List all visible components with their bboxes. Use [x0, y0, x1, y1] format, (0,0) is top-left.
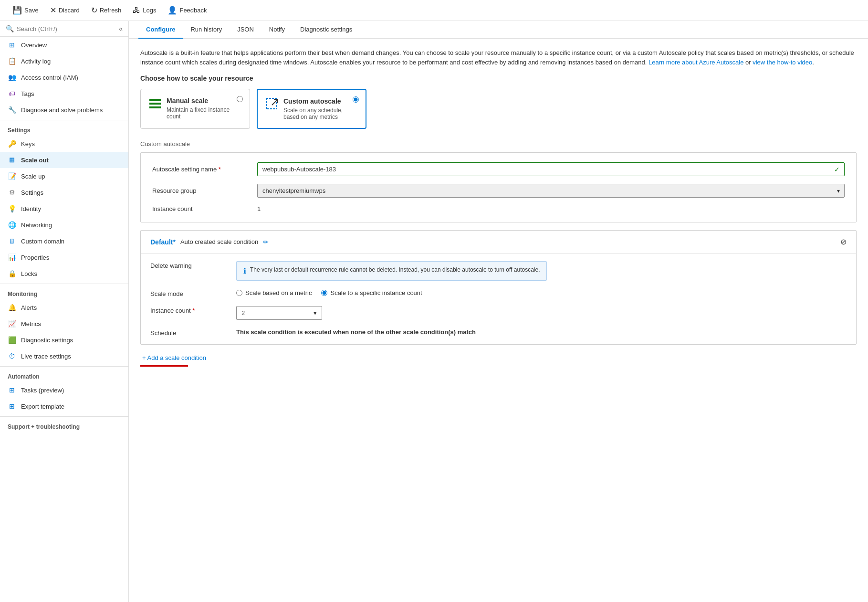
learn-more-link[interactable]: Learn more about Azure Autoscale — [648, 59, 743, 66]
settings-divider — [0, 120, 128, 120]
scale-condition-panel: Default* Auto created scale condition ✏ … — [140, 230, 857, 345]
tab-notify[interactable]: Notify — [261, 21, 293, 39]
sidebar-item-alerts[interactable]: 🔔 Alerts — [0, 299, 128, 316]
locks-icon: 🔒 — [8, 269, 16, 278]
feedback-button[interactable]: 👤 Feedback — [163, 4, 211, 17]
form-row-name: Autoscale setting name * ✓ — [152, 162, 845, 176]
sidebar-item-settings[interactable]: ⚙ Settings — [0, 184, 128, 201]
sidebar-item-overview[interactable]: ⊞ Overview — [0, 37, 128, 53]
sidebar-item-scale-out[interactable]: ⊞ Scale out — [0, 152, 128, 168]
activity-log-icon: 📋 — [8, 57, 16, 65]
condition-edit-icon[interactable]: ✏ — [263, 238, 269, 246]
monitoring-section-title: Monitoring — [0, 286, 128, 299]
sidebar-item-metrics[interactable]: 📈 Metrics — [0, 316, 128, 332]
scale-cards-container: Manual scale Maintain a fixed instance c… — [140, 89, 857, 129]
sidebar-item-properties[interactable]: 📊 Properties — [0, 249, 128, 265]
description-text: Autoscale is a built-in feature that hel… — [140, 48, 857, 67]
diagnostic-settings-icon: 🟩 — [8, 336, 16, 344]
sidebar-item-tasks[interactable]: ⊞ Tasks (preview) — [0, 382, 128, 398]
svg-rect-1 — [149, 103, 161, 105]
manual-scale-card[interactable]: Manual scale Maintain a fixed instance c… — [140, 89, 250, 129]
sidebar-item-tags[interactable]: 🏷 Tags — [0, 85, 128, 102]
condition-instance-count-label: Instance count * — [150, 306, 227, 314]
resource-group-select[interactable]: chenyltestpremiumwps — [257, 184, 845, 198]
manual-scale-title: Manual scale — [167, 97, 242, 105]
form-label-name: Autoscale setting name * — [152, 166, 248, 173]
main-layout: 🔍 « ⊞ Overview 📋 Activity log 👥 Access c… — [0, 21, 868, 602]
tab-configure[interactable]: Configure — [138, 21, 183, 39]
settings-section-title: Settings — [0, 122, 128, 136]
form-row-resource-group: Resource group chenyltestpremiumwps ▾ — [152, 184, 845, 198]
sidebar-item-export-template[interactable]: ⊞ Export template — [0, 398, 128, 414]
discard-button[interactable]: ✕ Discard — [45, 4, 84, 17]
autoscale-name-input[interactable] — [257, 162, 845, 176]
custom-autoscale-radio-container — [353, 96, 359, 104]
condition-default-label: Default* — [150, 238, 176, 246]
choose-scale-title: Choose how to scale your resource — [140, 74, 857, 82]
delete-warning-info-box: ℹ The very last or default recurrence ru… — [236, 261, 547, 281]
sidebar-item-live-trace[interactable]: ⏱ Live trace settings — [0, 348, 128, 364]
form-row-instance-count: Instance count 1 — [152, 205, 845, 212]
scale-based-on-metric-option[interactable]: Scale based on a metric — [236, 289, 312, 296]
info-icon: ℹ — [243, 266, 246, 275]
schedule-text: This scale condition is executed when no… — [236, 328, 476, 336]
keys-icon: 🔑 — [8, 139, 16, 148]
form-label-instance-count: Instance count — [152, 205, 248, 212]
sidebar-item-scale-up[interactable]: 📝 Scale up — [0, 168, 128, 184]
tab-json[interactable]: JSON — [230, 21, 261, 39]
manual-scale-body: Manual scale Maintain a fixed instance c… — [167, 97, 242, 120]
autoscale-name-wrapper: ✓ — [257, 162, 845, 176]
properties-icon: 📊 — [8, 253, 16, 262]
collapse-icon[interactable]: « — [119, 25, 123, 32]
page-content: Autoscale is a built-in feature that hel… — [129, 39, 868, 376]
condition-row-delete-warning: Delete warning ℹ The very last or defaul… — [150, 261, 847, 281]
logs-button[interactable]: 🖧 Logs — [128, 4, 161, 17]
export-template-icon: ⊞ — [8, 402, 16, 411]
sidebar-item-diagnostic-settings[interactable]: 🟩 Diagnostic settings — [0, 332, 128, 348]
tab-diagnostic-settings[interactable]: Diagnostic settings — [293, 21, 360, 39]
custom-autoscale-title: Custom autoscale — [283, 97, 358, 105]
manual-scale-radio-container — [237, 96, 243, 104]
refresh-button[interactable]: ↻ Refresh — [86, 4, 126, 17]
sidebar-item-diagnose[interactable]: 🔧 Diagnose and solve problems — [0, 102, 128, 118]
tab-run-history[interactable]: Run history — [183, 21, 230, 39]
custom-autoscale-radio[interactable] — [353, 96, 359, 103]
content-area: Configure Run history JSON Notify Diagno… — [129, 21, 868, 602]
search-input[interactable] — [17, 25, 116, 32]
logs-icon: 🖧 — [133, 6, 140, 15]
condition-auto-created-label: Auto created scale condition — [180, 238, 258, 245]
save-button[interactable]: 💾 Save — [8, 4, 43, 17]
autoscale-form-panel: Autoscale setting name * ✓ Resource grou… — [140, 152, 857, 222]
sidebar-item-access-control[interactable]: 👥 Access control (IAM) — [0, 69, 128, 85]
scale-metric-radio[interactable] — [236, 290, 242, 296]
form-instance-count-value: 1 — [257, 205, 261, 212]
how-to-video-link[interactable]: view the how-to video — [753, 59, 812, 66]
sidebar-item-locks[interactable]: 🔒 Locks — [0, 265, 128, 282]
manual-scale-radio[interactable] — [237, 96, 243, 102]
manual-scale-icon — [148, 97, 162, 113]
svg-rect-0 — [149, 99, 161, 101]
scale-specific-radio[interactable] — [321, 290, 327, 296]
instance-count-dropdown[interactable]: 2 ▾ — [236, 306, 322, 320]
settings-icon: ⚙ — [8, 188, 16, 197]
scale-to-specific-count-option[interactable]: Scale to a specific instance count — [321, 289, 422, 296]
discard-icon: ✕ — [50, 6, 56, 15]
scale-out-icon: ⊞ — [8, 156, 16, 164]
add-scale-condition-link[interactable]: + Add a scale condition — [140, 352, 857, 361]
custom-autoscale-icon — [265, 97, 279, 114]
toolbar: 💾 Save ✕ Discard ↻ Refresh 🖧 Logs 👤 Feed… — [0, 0, 868, 21]
condition-delete-icon[interactable]: ⊘ — [840, 237, 847, 246]
feedback-icon: 👤 — [167, 6, 177, 15]
sidebar-item-keys[interactable]: 🔑 Keys — [0, 136, 128, 152]
sidebar-item-custom-domain[interactable]: 🖥 Custom domain — [0, 233, 128, 249]
resource-group-wrapper: chenyltestpremiumwps ▾ — [257, 184, 845, 198]
access-control-icon: 👥 — [8, 73, 16, 82]
sidebar-item-activity-log[interactable]: 📋 Activity log — [0, 53, 128, 69]
refresh-icon: ↻ — [91, 6, 97, 15]
condition-header: Default* Auto created scale condition ✏ … — [141, 231, 856, 253]
sidebar-item-networking[interactable]: 🌐 Networking — [0, 217, 128, 233]
sidebar-item-identity[interactable]: 💡 Identity — [0, 201, 128, 217]
custom-autoscale-card[interactable]: Custom autoscale Scale on any schedule, … — [257, 89, 366, 129]
scale-mode-options: Scale based on a metric Scale to a speci… — [236, 289, 422, 296]
required-marker-name: * — [219, 166, 221, 173]
